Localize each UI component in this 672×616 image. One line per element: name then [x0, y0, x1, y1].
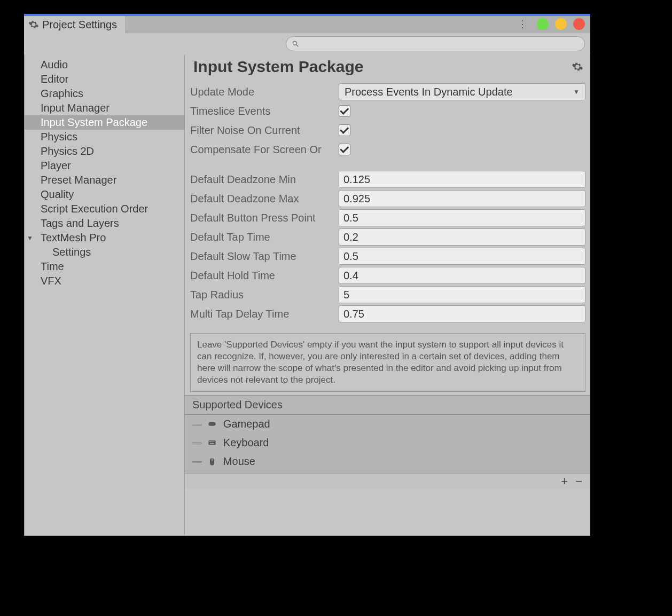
sidebar-item-label: Graphics [41, 88, 83, 100]
sidebar-item-label: VFX [41, 275, 61, 287]
svg-rect-2 [208, 422, 215, 426]
device-item-gamepad[interactable]: ══Gamepad [185, 415, 590, 433]
sidebar-item-label: Audio [41, 59, 68, 71]
select-update-mode[interactable]: Process Events In Dynamic Update ▼ [339, 83, 585, 100]
device-label: Keyboard [223, 437, 269, 449]
content: AudioEditorGraphicsInput ManagerInput Sy… [24, 54, 590, 536]
page-title: Input System Package [193, 58, 572, 76]
sidebar-item-label: Player [41, 160, 71, 172]
input-tap-time[interactable] [339, 228, 585, 246]
svg-line-1 [296, 45, 299, 47]
search-icon [292, 40, 299, 48]
panel-settings-icon[interactable] [572, 61, 583, 73]
sidebar-item-label: TextMesh Pro [41, 232, 106, 244]
svg-rect-5 [210, 441, 211, 442]
sidebar-item-script-execution-order[interactable]: Script Execution Order [25, 202, 184, 216]
label-timeslice: Timeslice Events [190, 105, 339, 117]
checkbox-compensate[interactable] [339, 144, 350, 155]
sidebar-item-vfx[interactable]: VFX [25, 274, 184, 288]
sidebar-item-physics[interactable]: Physics [25, 130, 184, 144]
drag-handle-icon[interactable]: ══ [192, 420, 201, 429]
device-item-keyboard[interactable]: ══Keyboard [185, 433, 590, 452]
sidebar-item-label: Tags and Layers [41, 217, 119, 230]
drag-handle-icon[interactable]: ══ [192, 439, 201, 447]
gamepad-icon [206, 418, 218, 430]
sidebar-item-physics-2d[interactable]: Physics 2D [25, 144, 184, 159]
input-deadzone-max[interactable] [339, 190, 585, 207]
project-settings-window: Project Settings ⋮ AudioEditorGraphicsIn… [24, 14, 590, 536]
sidebar-item-time[interactable]: Time [25, 259, 184, 274]
close-button[interactable] [573, 18, 585, 30]
sidebar-item-preset-manager[interactable]: Preset Manager [25, 173, 184, 187]
input-deadzone-min[interactable] [339, 171, 585, 188]
input-slow-tap[interactable] [339, 248, 585, 265]
svg-rect-4 [209, 441, 210, 442]
settings-rows: Update Mode Process Events In Dynamic Up… [185, 82, 590, 323]
label-tap-time: Default Tap Time [190, 231, 339, 243]
remove-button[interactable]: − [575, 475, 582, 488]
list-footer: + − [185, 473, 590, 489]
sidebar-item-label: Time [41, 260, 64, 273]
mouse-icon [206, 456, 218, 468]
drag-handle-icon[interactable]: ══ [192, 457, 201, 466]
sidebar-item-input-manager[interactable]: Input Manager [25, 101, 184, 115]
chevron-down-icon[interactable]: ▼ [27, 234, 33, 242]
input-press-point[interactable] [339, 209, 585, 226]
label-multi-tap: Multi Tap Delay Time [190, 308, 339, 320]
search-box[interactable] [286, 36, 585, 51]
search-bar [24, 33, 590, 54]
input-multi-tap[interactable] [339, 305, 585, 322]
sidebar-item-label: Physics [41, 131, 77, 143]
sidebar-item-editor[interactable]: Editor [25, 72, 184, 86]
label-compensate: Compensate For Screen Or [190, 144, 339, 156]
svg-rect-3 [208, 440, 215, 445]
sidebar-item-tags-and-layers[interactable]: Tags and Layers [25, 216, 184, 231]
main-panel: Input System Package Update Mode Process… [185, 54, 590, 535]
sidebar-item-settings[interactable]: Settings [25, 245, 184, 259]
svg-rect-7 [213, 441, 213, 442]
supported-devices-list: ══Gamepad══Keyboard══Mouse [185, 415, 590, 473]
search-input[interactable] [302, 39, 579, 49]
device-label: Gamepad [223, 418, 270, 430]
input-tap-radius[interactable] [339, 286, 585, 303]
checkbox-filter-noise[interactable] [339, 124, 350, 136]
maximize-button[interactable] [555, 18, 567, 30]
sidebar-item-graphics[interactable]: Graphics [25, 86, 184, 101]
add-button[interactable]: + [561, 475, 568, 488]
sidebar-item-label: Input Manager [41, 102, 110, 114]
label-hold-time: Default Hold Time [190, 270, 339, 282]
select-update-mode-value: Process Events In Dynamic Update [345, 86, 513, 98]
tab-title: Project Settings [42, 19, 117, 31]
label-slow-tap: Default Slow Tap Time [190, 250, 339, 263]
sidebar-item-label: Editor [41, 73, 68, 85]
sidebar-item-input-system-package[interactable]: Input System Package [25, 115, 184, 130]
sidebar-item-label: Script Execution Order [41, 203, 148, 215]
sidebar-item-label: Physics 2D [41, 145, 94, 157]
sidebar-item-audio[interactable]: Audio [25, 58, 184, 72]
svg-rect-8 [214, 441, 214, 442]
svg-point-0 [293, 41, 296, 45]
sidebar-item-player[interactable]: Player [25, 159, 184, 173]
label-tap-radius: Tap Radius [190, 289, 339, 301]
device-item-mouse[interactable]: ══Mouse [185, 452, 590, 471]
kebab-icon[interactable]: ⋮ [518, 18, 527, 30]
tab-project-settings[interactable]: Project Settings [24, 16, 126, 33]
label-filter-noise: Filter Noise On Current [190, 124, 339, 137]
label-update-mode: Update Mode [190, 86, 339, 98]
window-controls: ⋮ [518, 18, 585, 30]
sidebar-item-label: Preset Manager [41, 174, 116, 186]
sidebar-item-textmesh-pro[interactable]: ▼TextMesh Pro [25, 231, 184, 245]
supported-devices-header: Supported Devices [185, 395, 590, 415]
minimize-button[interactable] [537, 18, 549, 30]
sidebar: AudioEditorGraphicsInput ManagerInput Sy… [25, 54, 185, 535]
device-label: Mouse [223, 455, 255, 468]
titlebar: Project Settings ⋮ [24, 14, 590, 33]
input-hold-time[interactable] [339, 267, 585, 284]
checkbox-timeslice[interactable] [339, 105, 350, 117]
chevron-down-icon: ▼ [573, 88, 580, 96]
sidebar-item-label: Settings [52, 246, 91, 258]
label-deadzone-max: Default Deadzone Max [190, 193, 339, 205]
sidebar-item-quality[interactable]: Quality [25, 187, 184, 202]
label-press-point: Default Button Press Point [190, 212, 339, 224]
sidebar-item-label: Input System Package [41, 116, 147, 129]
